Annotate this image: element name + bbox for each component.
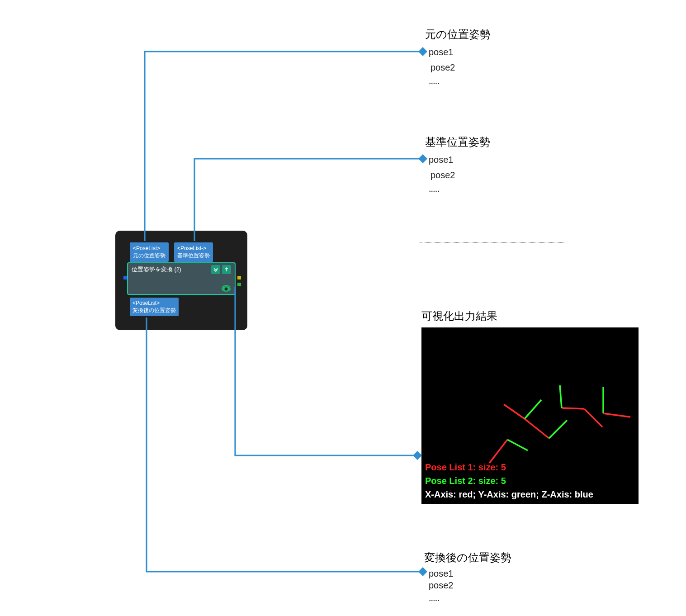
node-peg-left (123, 276, 127, 280)
input-port-original[interactable]: <PoseList> 元の位置姿勢 (130, 242, 169, 262)
port-label: 変換後の位置姿勢 (132, 307, 176, 314)
reference-item: pose1 (429, 155, 454, 165)
viz-axes-text: X-Axis: red; Y-Axis: green; Z-Axis: blue (425, 489, 593, 500)
node-body[interactable]: 位置姿勢を変換 (2) (127, 262, 236, 295)
section-reference-title: 基準位置姿勢 (425, 135, 490, 149)
original-ellipsis: ..... (429, 76, 439, 86)
section-viz-title: 可視化出力結果 (421, 309, 497, 323)
svg-point-1 (225, 288, 228, 291)
port-label: 元の位置姿勢 (133, 252, 166, 259)
svg-rect-5 (418, 567, 427, 576)
port-label: 基準位置姿勢 (177, 252, 210, 259)
converted-ellipsis: ..... (429, 593, 439, 603)
section-original-title: 元の位置姿勢 (425, 27, 491, 42)
svg-rect-3 (418, 154, 427, 163)
section-converted-title: 変換後の位置姿勢 (424, 550, 511, 565)
input-port-reference[interactable]: <PoseList-> 基準位置姿勢 (174, 242, 213, 262)
converted-item: pose1 (429, 569, 454, 579)
output-port-converted[interactable]: <PoseList> 変換後の位置姿勢 (130, 298, 179, 316)
port-type-label: <PoseList> (132, 299, 176, 307)
dropdown-icon[interactable] (211, 265, 220, 274)
svg-rect-2 (418, 47, 427, 56)
node-title: 位置姿勢を変換 (2) (132, 266, 181, 273)
converted-item: pose2 (429, 580, 454, 591)
original-item: pose1 (429, 47, 454, 57)
viz-panel: Pose List 1: size: 5 Pose List 2: size: … (421, 327, 639, 504)
reference-item: pose2 (431, 170, 455, 180)
eye-icon[interactable] (220, 284, 232, 293)
dotted-divider (420, 242, 564, 243)
original-item: pose2 (431, 62, 455, 73)
viz-list1-text: Pose List 1: size: 5 (425, 462, 506, 473)
svg-rect-4 (413, 451, 422, 460)
port-type-label: <PoseList> (133, 245, 166, 252)
viz-list2-text: Pose List 2: size: 5 (425, 476, 506, 486)
node-peg-right-green (237, 283, 241, 286)
transform-pose-node[interactable]: <PoseList> 元の位置姿勢 <PoseList-> 基準位置姿勢 位置姿… (115, 231, 247, 330)
port-type-label: <PoseList-> (177, 245, 210, 252)
connector-overlay (0, 0, 686, 616)
run-icon[interactable] (222, 265, 231, 274)
node-peg-right-yellow (237, 276, 241, 280)
reference-ellipsis: ..... (429, 184, 439, 194)
